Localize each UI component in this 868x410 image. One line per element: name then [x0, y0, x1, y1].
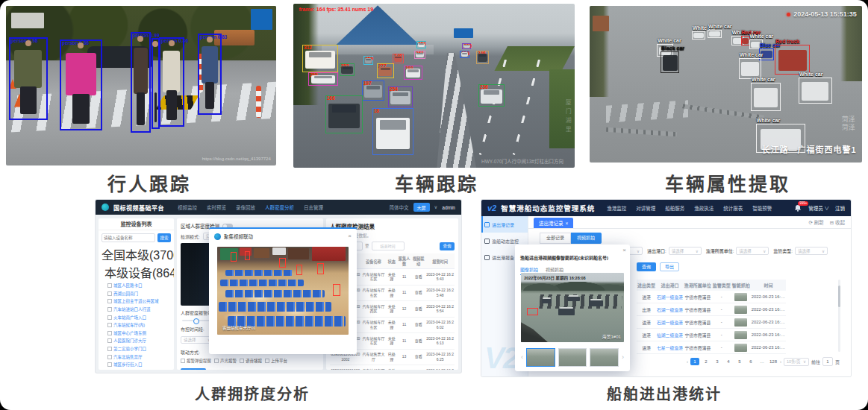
tab-port-records[interactable]: 进出港记录×	[534, 218, 573, 228]
page-number[interactable]: 128	[769, 358, 778, 365]
filter-select[interactable]: 请选择∨	[736, 247, 769, 255]
nav-item[interactable]: 智能预警	[752, 204, 772, 212]
checkbox-icon[interactable]	[107, 338, 112, 343]
view-link[interactable]: 查看	[411, 333, 425, 350]
refresh-button[interactable]: ⟳ 刷新	[808, 218, 823, 226]
next-thumb-icon[interactable]: ›	[622, 353, 624, 361]
tree-sub-node[interactable]: 本级设备(8641)	[99, 263, 174, 281]
tree-root-node[interactable]: 全国本级(37063)	[99, 245, 174, 263]
view-link[interactable]: 查看	[411, 349, 425, 365]
page-number[interactable]: 1	[690, 358, 699, 365]
linkage-option[interactable]: 报警弹窗提醒	[181, 358, 211, 364]
checkbox-icon[interactable]	[107, 355, 112, 359]
capture-thumbnail[interactable]	[590, 348, 619, 367]
page-number[interactable]: 4	[724, 358, 733, 365]
checkbox-icon[interactable]	[107, 331, 112, 335]
device-tree-item[interactable]: 沿江路观景平台	[102, 369, 171, 370]
bell-icon[interactable]: 999+	[794, 204, 802, 212]
logout-button[interactable]: 注销	[835, 204, 845, 212]
linkage-option[interactable]: 声光报警	[214, 358, 237, 364]
checkbox-icon[interactable]	[181, 359, 185, 363]
end-time-input[interactable]: 结束时间	[372, 242, 405, 250]
nav-item[interactable]: 录像回放	[236, 204, 255, 211]
device-tree-item[interactable]: 城区步行街入口	[102, 361, 171, 369]
search-button[interactable]: 搜索	[157, 233, 171, 242]
page-number[interactable]: …	[758, 358, 766, 365]
device-tree-item[interactable]: 汽车北站售票厅	[102, 353, 171, 361]
port-link[interactable]: 石湖一级渔港	[656, 291, 684, 303]
capture-thumbnail[interactable]	[734, 331, 747, 339]
nav-item[interactable]: 渔政执法	[694, 204, 714, 212]
port-link[interactable]: 七星一级渔港	[656, 341, 684, 354]
query-button[interactable]: 查询	[440, 242, 455, 250]
nav-item[interactable]: 船舶服务	[665, 204, 684, 212]
subtab[interactable]: 视频抓拍	[571, 233, 602, 244]
save-button[interactable]: 保存	[181, 368, 206, 370]
language-switch[interactable]: 简体中文	[390, 204, 409, 211]
chevron-down-icon[interactable]: ∨	[434, 204, 438, 210]
page-number[interactable]: 5	[735, 358, 744, 365]
filter-select[interactable]: 请选择∨	[669, 247, 702, 255]
linkage-option[interactable]: 语音播报	[240, 358, 262, 364]
nav-item[interactable]: 视频监控	[178, 204, 197, 211]
checkbox-icon[interactable]	[107, 347, 112, 351]
port-link[interactable]: 石湖一级渔港	[656, 316, 684, 329]
capture-thumbnail[interactable]	[734, 293, 747, 301]
view-link[interactable]: 查看	[411, 365, 425, 370]
checkbox-icon[interactable]	[107, 291, 112, 296]
prev-thumb-icon[interactable]: ‹	[521, 353, 523, 361]
capture-thumbnail[interactable]	[734, 318, 747, 327]
subtab[interactable]: 全部记录	[540, 233, 571, 244]
nav-item[interactable]: 人群密度分析	[265, 204, 294, 211]
nav-item[interactable]: 统计报表	[723, 204, 743, 212]
checkbox-icon[interactable]	[240, 359, 244, 363]
close-icon[interactable]: ×	[566, 221, 569, 226]
port-link[interactable]: 仙湖二级渔港	[656, 329, 684, 341]
device-tree-item[interactable]: 人民医院门诊大厅	[102, 337, 171, 345]
device-tree-item[interactable]: 汽车站候车厅(内)	[102, 321, 171, 329]
next-page-icon[interactable]: ›	[780, 359, 781, 364]
device-tree-item[interactable]: 火车站南广场入口	[102, 313, 171, 321]
capture-thumbnail[interactable]	[734, 306, 747, 314]
checkbox-icon[interactable]	[265, 359, 269, 363]
user-menu[interactable]: 管理员 ∨	[808, 204, 829, 212]
capture-thumbnail[interactable]	[526, 348, 555, 367]
device-tree-item[interactable]: 城区人民路卡口	[102, 282, 171, 290]
goto-page-input[interactable]: 1	[822, 357, 833, 366]
export-button[interactable]: 导出	[660, 262, 679, 271]
prev-page-icon[interactable]: ‹	[687, 359, 688, 364]
device-tree-item[interactable]: 城区上街主干道公共区域	[102, 297, 171, 306]
checkbox-icon[interactable]	[214, 359, 219, 363]
device-tree-item[interactable]: 城区中心广场东侧	[102, 329, 171, 338]
sidebar-item[interactable]: 进出港记录	[481, 216, 528, 233]
device-tree-item[interactable]: 汽车站进站口人行道	[102, 306, 171, 314]
capture-thumbnail[interactable]	[558, 348, 587, 367]
checkbox-icon[interactable]	[107, 323, 112, 327]
device-tree-item[interactable]: 第二实验小学门口	[102, 345, 171, 353]
page-number[interactable]: 6	[746, 358, 755, 365]
page-size-select[interactable]: 10条/页∨	[784, 358, 809, 366]
port-link[interactable]: 石湖一级渔港	[656, 303, 684, 316]
capture-thumbnail[interactable]	[734, 344, 747, 352]
linkage-option[interactable]: 上传平台	[265, 358, 287, 364]
nav-item[interactable]: 实时预览	[207, 204, 226, 211]
checkbox-icon[interactable]	[107, 299, 112, 303]
view-link[interactable]: 查看	[411, 301, 425, 318]
nav-item[interactable]: 对讲管理	[636, 204, 655, 212]
user-menu[interactable]: admin	[442, 205, 455, 210]
checkbox-icon[interactable]	[107, 283, 112, 288]
view-link[interactable]: 查看	[411, 269, 425, 286]
checkbox-icon[interactable]	[107, 362, 112, 367]
view-link[interactable]: 查看	[411, 285, 425, 301]
checkbox-icon[interactable]	[107, 315, 112, 320]
checkbox-icon[interactable]	[107, 307, 112, 312]
nav-item[interactable]: 日志管理	[304, 204, 323, 211]
collapse-button[interactable]: ⊟ 收起	[830, 218, 845, 226]
device-search-input[interactable]	[102, 233, 155, 242]
close-icon[interactable]: ×	[622, 247, 626, 253]
page-number[interactable]: 2	[702, 358, 711, 365]
close-icon[interactable]: ×	[348, 233, 352, 239]
device-tree-item[interactable]: 西湖公园南门	[102, 290, 171, 298]
nav-item[interactable]: 渔港监控	[607, 204, 626, 212]
query-button[interactable]: 查询	[637, 262, 656, 271]
